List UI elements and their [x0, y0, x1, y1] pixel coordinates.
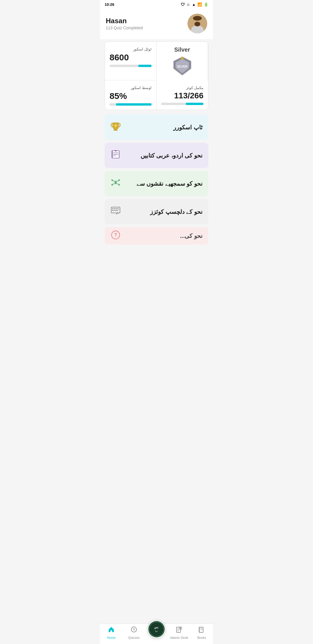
completed-quizzes-cell: مکمل کوئز 113/266 — [156, 80, 208, 110]
average-score-label: اوسط اسکور — [110, 86, 152, 90]
svg-rect-31 — [112, 208, 114, 209]
books-label: نحو کی اردو، عربی کتابیں — [141, 152, 203, 159]
svg-rect-32 — [114, 208, 116, 209]
average-score-cell: اوسط اسکور 85% — [105, 80, 156, 110]
svg-rect-19 — [115, 150, 117, 151]
svg-rect-35 — [114, 210, 116, 211]
svg-line-26 — [112, 181, 116, 181]
menu-section: ٹاپ اسکورر نحو کی اردو، عربی کتابیں — [100, 112, 213, 274]
header-section: Hasan 113 Quiz Completed — [100, 9, 213, 39]
silver-label: Silver — [174, 46, 190, 53]
total-score-value: 8600 — [110, 53, 152, 62]
svg-line-29 — [116, 184, 119, 184]
average-score-progress-bg — [110, 103, 152, 106]
quiz-completed: 113 Quiz Completed — [106, 26, 143, 30]
shield-icon: 🛡 — [181, 2, 185, 7]
partial-label: نحو کی... — [180, 232, 203, 239]
svg-rect-20 — [112, 151, 113, 158]
svg-text:SILVER: SILVER — [177, 65, 188, 68]
svg-rect-12 — [112, 123, 112, 128]
wifi-icon: ▲ — [192, 2, 196, 7]
svg-point-4 — [193, 16, 202, 21]
top-scorers-icon — [110, 121, 121, 133]
user-name: Hasan — [106, 17, 143, 25]
svg-rect-34 — [112, 210, 114, 211]
diagrams-card[interactable]: نحو کو سمجھیے نقشوں سے — [105, 171, 208, 196]
diagrams-label: نحو کو سمجھیے نقشوں سے — [137, 180, 203, 187]
svg-rect-37 — [118, 208, 119, 209]
interesting-quizzes-icon — [110, 205, 121, 218]
completed-quizzes-progress-fill — [186, 103, 203, 105]
svg-line-27 — [116, 181, 119, 181]
interesting-quizzes-card[interactable]: نحو کے دلچسپ کوئزز — [105, 199, 208, 224]
average-score-progress-fill — [116, 103, 152, 106]
total-score-progress-bg — [110, 65, 152, 67]
svg-point-3 — [194, 22, 200, 26]
svg-rect-33 — [116, 208, 118, 209]
top-scorers-card[interactable]: ٹاپ اسکورر — [105, 115, 208, 140]
books-card[interactable]: نحو کی اردو، عربی کتابیں — [105, 143, 208, 168]
silver-badge-icon: SILVER — [172, 55, 192, 76]
books-icon — [110, 149, 121, 162]
svg-rect-38 — [118, 209, 119, 210]
avatar — [188, 14, 207, 33]
total-score-cell: ٹوٹل اسکور 8600 — [105, 42, 156, 80]
completed-quizzes-label: مکمل کوئز — [161, 86, 203, 90]
total-score-progress-fill — [138, 65, 152, 67]
svg-text:?: ? — [114, 232, 117, 237]
average-score-value: 85% — [110, 91, 152, 101]
status-icons: 🛡 ☺ ▲ 📶 🔋 — [181, 2, 208, 7]
partial-card[interactable]: نحو کی... ? — [105, 227, 208, 245]
signal-icon: 📶 — [197, 2, 202, 7]
user-info: Hasan 113 Quiz Completed — [106, 17, 143, 30]
svg-rect-13 — [119, 123, 120, 128]
top-scorers-label: ٹاپ اسکورر — [173, 124, 203, 131]
stats-grid: ٹوٹل اسکور 8600 Silver SILVER اوسط اسکور… — [105, 41, 208, 110]
diagrams-icon — [110, 177, 121, 190]
completed-quizzes-progress-bg — [161, 103, 203, 105]
svg-rect-10 — [113, 130, 118, 131]
completed-quizzes-value: 113/266 — [161, 91, 203, 100]
silver-badge-cell: Silver SILVER — [156, 42, 208, 80]
status-bar: 10:26 🛡 ☺ ▲ 📶 🔋 — [100, 0, 213, 9]
face-id-icon: ☺ — [186, 2, 190, 7]
svg-line-28 — [112, 184, 116, 184]
battery-icon: 🔋 — [204, 2, 208, 7]
status-time: 10:26 — [105, 2, 114, 7]
partial-icon: ? — [110, 230, 121, 242]
svg-rect-36 — [116, 210, 118, 211]
total-score-label: ٹوٹل اسکور — [110, 47, 152, 51]
interesting-quizzes-label: نحو کے دلچسپ کوئزز — [150, 208, 203, 215]
svg-point-21 — [114, 181, 117, 184]
